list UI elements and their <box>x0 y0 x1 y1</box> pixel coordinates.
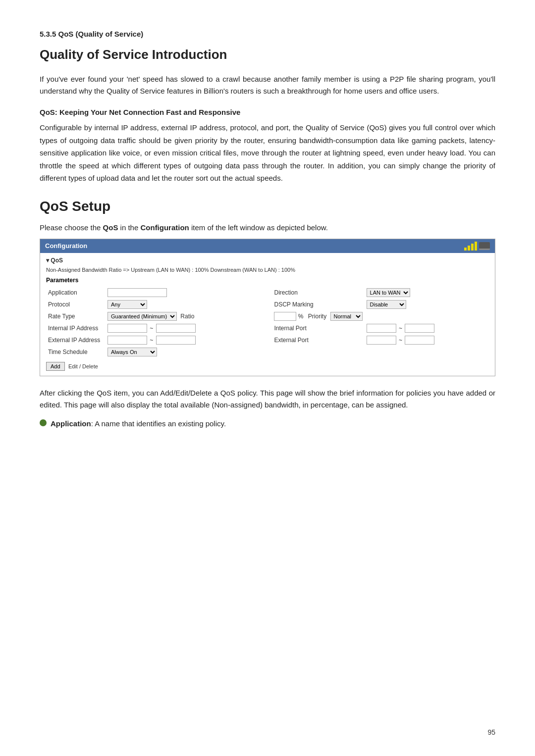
table-row: Rate Type Guaranteed (Minimum) Ratio % P… <box>46 310 489 322</box>
ratio-label: Ratio <box>180 313 194 320</box>
bold-configuration: Configuration <box>140 223 189 232</box>
external-ip-start[interactable] <box>107 336 147 345</box>
form-table: Application Direction LAN to WAN Protoco… <box>46 287 489 358</box>
tilde-4: ~ <box>399 337 402 344</box>
ratio-input[interactable] <box>274 312 296 321</box>
config-header: Configuration <box>40 239 495 253</box>
internal-ip-end[interactable] <box>156 324 196 333</box>
bullet-rest: : A name that identifies an existing pol… <box>91 419 226 428</box>
add-button[interactable]: Add <box>46 362 65 371</box>
params-label: Parameters <box>46 277 489 284</box>
tilde-3: ~ <box>150 337 153 344</box>
rate-type-select[interactable]: Guaranteed (Minimum) <box>107 312 177 321</box>
dscp-select[interactable]: Disable <box>367 300 406 309</box>
body-paragraph: Configurable by internal IP address, ext… <box>40 121 495 185</box>
bullet-item: Application: A name that identifies an e… <box>40 418 495 430</box>
intro-paragraph: If you've ever found your 'net' speed ha… <box>40 73 495 97</box>
qos-setup-title: QoS Setup <box>40 199 495 214</box>
external-ip-end[interactable] <box>156 336 196 345</box>
external-port-end[interactable] <box>405 336 434 345</box>
section-number: 5.3.5 QoS (Quality of Service) <box>40 30 495 38</box>
time-schedule-label: Time Schedule <box>46 346 106 358</box>
internal-ip-label: Internal IP Address <box>46 322 106 334</box>
external-ip-label: External IP Address <box>46 334 106 346</box>
table-row: Protocol Any DSCP Marking Disable <box>46 299 489 310</box>
priority-select[interactable]: Normal <box>330 312 363 321</box>
tilde-2: ~ <box>399 325 402 332</box>
external-port-label: External Port <box>264 334 364 346</box>
edit-delete-label[interactable]: Edit / Delete <box>66 362 100 370</box>
qos-label: ▾ QoS <box>46 257 489 264</box>
config-header-icons <box>464 242 490 251</box>
internal-port-label: Internal Port <box>264 322 364 334</box>
internal-port-end[interactable] <box>405 324 434 333</box>
application-input[interactable] <box>107 288 167 297</box>
time-schedule-select[interactable]: Always On <box>107 348 157 356</box>
after-paragraph: After clicking the QoS item, you can Add… <box>40 387 495 411</box>
protocol-label: Protocol <box>46 299 106 310</box>
tilde-1: ~ <box>150 325 153 332</box>
table-row: Time Schedule Always On <box>46 346 489 358</box>
percent-label: % <box>298 313 304 320</box>
table-row: Internal IP Address ~ Internal Port ~ <box>46 322 489 334</box>
bold-qos: QoS <box>103 223 118 232</box>
direction-label: Direction <box>264 287 364 299</box>
table-row: External IP Address ~ External Port ~ <box>46 334 489 346</box>
config-body: ▾ QoS Non-Assigned Bandwidth Ratio => Up… <box>40 253 495 376</box>
bandwidth-row: Non-Assigned Bandwidth Ratio => Upstream… <box>46 267 489 273</box>
setup-intro: Please choose the QoS in the Configurati… <box>40 223 495 232</box>
external-port-start[interactable] <box>367 336 396 345</box>
bullet-bold: Application <box>51 419 91 428</box>
internal-port-start[interactable] <box>367 324 396 333</box>
rate-type-label: Rate Type <box>46 310 106 322</box>
monitor-icon <box>479 242 490 250</box>
subheading: QoS: Keeping Your Net Connection Fast an… <box>40 108 495 116</box>
dscp-label: DSCP Marking <box>264 299 364 310</box>
config-box: Configuration ▾ QoS Non-Assigned Bandwid… <box>40 239 495 376</box>
priority-label: Priority <box>308 313 326 320</box>
application-label: Application <box>46 287 106 299</box>
bullet-icon <box>40 419 47 426</box>
direction-select[interactable]: LAN to WAN <box>367 288 410 297</box>
config-header-label: Configuration <box>45 242 87 250</box>
network-icon <box>464 242 477 251</box>
buttons-row: Add Edit / Delete <box>46 362 489 371</box>
bullet-text: Application: A name that identifies an e… <box>51 418 226 430</box>
page-title: Quality of Service Introduction <box>40 47 495 62</box>
internal-ip-start[interactable] <box>107 324 147 333</box>
page-number: 95 <box>487 728 495 736</box>
protocol-select[interactable]: Any <box>107 300 147 309</box>
table-row: Application Direction LAN to WAN <box>46 287 489 299</box>
